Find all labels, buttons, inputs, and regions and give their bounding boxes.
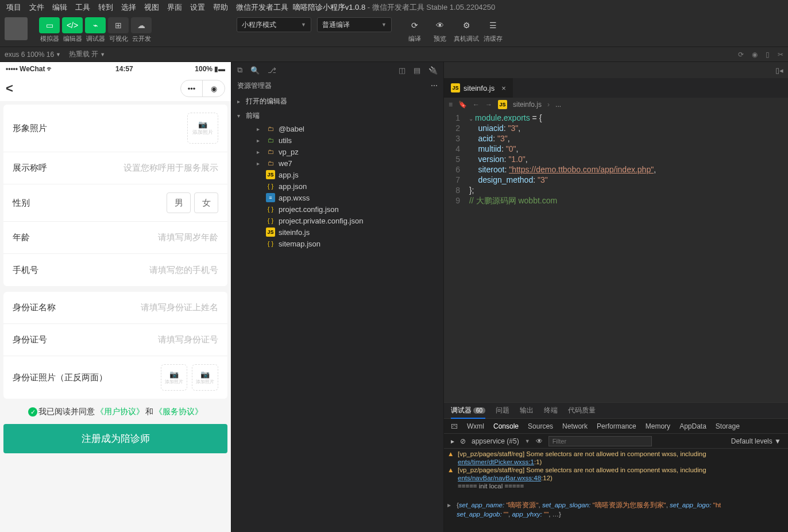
back-button[interactable]: < (6, 81, 13, 96)
menu-edit[interactable]: 编辑 (48, 2, 71, 13)
tab-storage[interactable]: Storage (716, 422, 740, 430)
play-icon[interactable]: ▸ (451, 437, 454, 445)
menu-devtools[interactable]: 微信开发者工具 (232, 2, 292, 13)
device-selector[interactable]: exus 6 100% 16 ▼ (5, 51, 61, 59)
debugger-button[interactable]: ⌁调试器 (85, 17, 106, 43)
capsule-menu[interactable]: ••• (181, 80, 203, 97)
service-agreement-link[interactable]: 《服务协议》 (154, 407, 203, 417)
menu-settings[interactable]: 设置 (186, 2, 209, 13)
console-output[interactable]: ▲[vp_pz/pages/staff/reg] Some selectors … (444, 449, 788, 532)
tab-wxml[interactable]: Wxml (467, 422, 484, 430)
source-link[interactable]: ents/navBar/navBar.wxss:48 (458, 475, 541, 481)
close-icon[interactable]: × (501, 84, 506, 92)
tree-file-sitemap[interactable]: { }sitemap.json (231, 238, 443, 249)
tab-appdata[interactable]: AppData (679, 422, 706, 430)
agreement-row[interactable]: ✓ 我已阅读并同意 《用户协议》 和 《服务协议》 (3, 404, 227, 422)
menu-goto[interactable]: 转到 (94, 2, 117, 13)
open-editors-section[interactable]: ▸打开的编辑器 (231, 94, 443, 109)
nickname-input[interactable]: 设置您称呼用于服务展示 (123, 163, 218, 174)
inspect-icon[interactable]: ⮹ (451, 422, 458, 430)
tree-folder-vppz[interactable]: ▸🗀vp_pz (231, 146, 443, 157)
mode-dropdown[interactable]: 小程序模式▼ (237, 17, 311, 32)
tab-terminal[interactable]: 终端 (544, 406, 558, 415)
tab-output[interactable]: 输出 (520, 406, 534, 415)
tab-problems[interactable]: 问题 (496, 406, 509, 415)
id-front-button[interactable]: 📷添加照片 (161, 364, 187, 391)
real-debug-button[interactable]: ⚙真机调试 (454, 17, 479, 43)
tree-file-siteinfo[interactable]: JSsiteinfo.js (231, 226, 443, 238)
compile-button[interactable]: ⟳编译 (403, 17, 426, 43)
menu-ui[interactable]: 界面 (163, 2, 186, 13)
record-icon[interactable]: ◉ (752, 51, 758, 59)
list-icon[interactable]: ≡ (449, 101, 453, 109)
project-root[interactable]: ▾前端 (231, 109, 443, 123)
code-editor[interactable]: 123456789 ⌄module.exports = { uniacid: "… (444, 111, 788, 402)
gender-female-button[interactable]: 女 (194, 192, 218, 213)
bookmark-icon[interactable]: 🔖 (458, 101, 467, 109)
context-selector[interactable]: appservice (#5) (472, 437, 519, 445)
simulator-button[interactable]: ▭模拟器 (39, 17, 60, 43)
tree-file-appjs[interactable]: JSapp.js (231, 169, 443, 180)
log-levels-dropdown[interactable]: Default levels ▼ (731, 437, 781, 445)
branch-icon[interactable]: ⎇ (268, 66, 276, 75)
menu-file[interactable]: 文件 (25, 2, 48, 13)
tree-folder-babel[interactable]: ▸🗀@babel (231, 123, 443, 134)
eye-icon[interactable]: 👁 (536, 437, 543, 445)
tab-memory[interactable]: Memory (646, 422, 670, 430)
source-link[interactable]: ents/timer/dtPicker.wxss:1 (458, 458, 534, 465)
compile-dropdown[interactable]: 普通编译▼ (317, 17, 392, 32)
gender-male-button[interactable]: 男 (167, 192, 191, 213)
breadcrumb-symbol[interactable]: ... (555, 101, 561, 109)
tree-file-appwxss[interactable]: ≡app.wxss (231, 192, 443, 203)
files-icon[interactable]: ⧉ (237, 65, 242, 75)
filter-input[interactable] (548, 436, 652, 446)
tab-network[interactable]: Network (562, 422, 588, 430)
split-icon[interactable]: ◫ (399, 66, 405, 75)
preview-button[interactable]: 👁预览 (428, 17, 451, 43)
add-photo-button[interactable]: 📷添加照片 (187, 113, 218, 144)
check-icon[interactable]: ✓ (28, 407, 37, 417)
tree-file-projconfig[interactable]: { }project.config.json (231, 203, 443, 215)
visual-button[interactable]: ⊞可视化 (108, 17, 129, 43)
code-content[interactable]: ⌄module.exports = { uniacid: "3", acid: … (467, 113, 788, 402)
menu-view[interactable]: 视图 (140, 2, 163, 13)
tab-siteinfo[interactable]: JS siteinfo.js × (444, 78, 513, 98)
user-agreement-link[interactable]: 《用户协议》 (96, 407, 144, 417)
tree-folder-utils[interactable]: ▸🗀utils (231, 134, 443, 146)
tab-sources[interactable]: Sources (528, 422, 553, 430)
breadcrumb-file[interactable]: siteinfo.js (513, 101, 542, 109)
plugin-icon[interactable]: 🔌 (428, 66, 438, 75)
menu-tools[interactable]: 工具 (71, 2, 94, 13)
capsule-close[interactable]: ◉ (203, 80, 225, 97)
row-idname[interactable]: 身份证名称 请填写身份证上姓名 (3, 292, 227, 324)
tab-console[interactable]: Console (493, 422, 519, 430)
age-input[interactable]: 请填写周岁年龄 (158, 232, 218, 243)
split-right-icon[interactable]: ▯◂ (775, 66, 783, 75)
id-back-button[interactable]: 📷添加照片 (192, 364, 218, 391)
tab-debugger[interactable]: 调试器60 (451, 406, 485, 415)
clear-icon[interactable]: ⊘ (460, 437, 466, 445)
nav-back-icon[interactable]: ← (473, 101, 480, 109)
expand-icon[interactable]: ▸ (447, 501, 454, 510)
idname-input[interactable]: 请填写身份证上姓名 (141, 302, 218, 313)
menu-select[interactable]: 选择 (117, 2, 140, 13)
tree-file-projprivate[interactable]: { }project.private.config.json (231, 215, 443, 226)
menu-project[interactable]: 项目 (2, 2, 25, 13)
row-idno[interactable]: 身份证号 请填写身份证号 (3, 324, 227, 356)
row-photo[interactable]: 形象照片 📷添加照片 (3, 105, 227, 152)
idno-input[interactable]: 请填写身份证号 (158, 334, 218, 345)
tree-folder-we7[interactable]: ▸🗀we7 (231, 157, 443, 169)
more-icon[interactable]: ⋯ (431, 82, 438, 90)
tab-quality[interactable]: 代码质量 (568, 406, 596, 415)
phone-input[interactable]: 请填写您的手机号 (149, 265, 218, 276)
editor-button[interactable]: </>编辑器 (62, 17, 83, 43)
hot-reload-toggle[interactable]: 热重载 开 ▼ (69, 49, 105, 59)
device-icon[interactable]: ▯ (766, 51, 770, 59)
nav-forward-icon[interactable]: → (485, 101, 492, 109)
submit-button[interactable]: 注册成为陪诊师 (3, 424, 227, 453)
layout-icon[interactable]: ▤ (414, 66, 420, 75)
avatar[interactable] (5, 17, 28, 40)
search-icon[interactable]: 🔍 (250, 66, 260, 75)
row-phone[interactable]: 手机号 请填写您的手机号 (3, 254, 227, 286)
cut-icon[interactable]: ✂ (778, 51, 783, 59)
